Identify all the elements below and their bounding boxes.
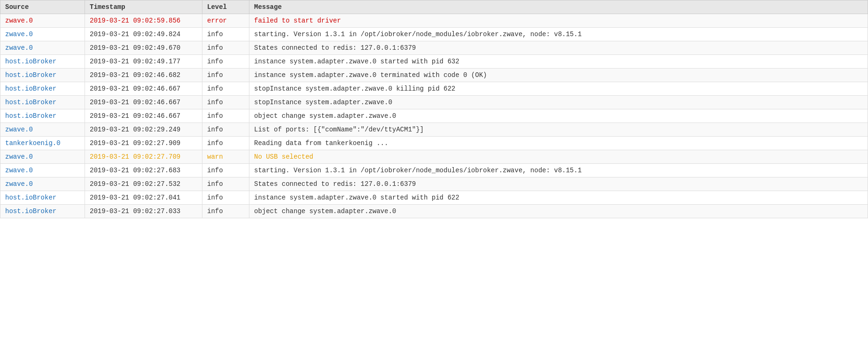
- table-row: host.ioBroker2019-03-21 09:02:27.041info…: [0, 191, 868, 205]
- cell-source: zwave.0: [0, 14, 85, 28]
- cell-source: zwave.0: [0, 28, 85, 41]
- cell-level: info: [202, 191, 249, 205]
- cell-level: info: [202, 205, 249, 218]
- cell-message: Reading data from tankerkoenig ...: [249, 137, 868, 150]
- cell-timestamp: 2019-03-21 09:02:46.682: [85, 69, 202, 82]
- cell-source: host.ioBroker: [0, 191, 85, 205]
- cell-source: host.ioBroker: [0, 109, 85, 123]
- cell-level: info: [202, 69, 249, 82]
- cell-message: States connected to redis: 127.0.0.1:637…: [249, 41, 868, 55]
- cell-timestamp: 2019-03-21 09:02:27.909: [85, 137, 202, 150]
- col-header-level: Level: [202, 0, 249, 14]
- cell-level: info: [202, 109, 249, 123]
- cell-timestamp: 2019-03-21 09:02:46.667: [85, 96, 202, 109]
- table-row: zwave.02019-03-21 09:02:27.709warnNo USB…: [0, 150, 868, 164]
- cell-level: error: [202, 14, 249, 28]
- cell-timestamp: 2019-03-21 09:02:46.667: [85, 82, 202, 96]
- cell-timestamp: 2019-03-21 09:02:27.033: [85, 205, 202, 218]
- cell-message: stopInstance system.adapter.zwave.0 kill…: [249, 82, 868, 96]
- cell-message: starting. Version 1.3.1 in /opt/iobroker…: [249, 28, 868, 41]
- cell-timestamp: 2019-03-21 09:02:49.824: [85, 28, 202, 41]
- cell-message: List of ports: [{"comName":"/dev/ttyACM1…: [249, 123, 868, 137]
- cell-source: host.ioBroker: [0, 82, 85, 96]
- cell-source: zwave.0: [0, 150, 85, 164]
- cell-timestamp: 2019-03-21 09:02:29.249: [85, 123, 202, 137]
- cell-level: info: [202, 164, 249, 177]
- cell-level: info: [202, 123, 249, 137]
- table-row: zwave.02019-03-21 09:02:27.532infoStates…: [0, 177, 868, 191]
- cell-message: starting. Version 1.3.1 in /opt/iobroker…: [249, 164, 868, 177]
- cell-source: host.ioBroker: [0, 69, 85, 82]
- log-table: Source Timestamp Level Message zwave.020…: [0, 0, 868, 218]
- table-row: host.ioBroker2019-03-21 09:02:49.177info…: [0, 55, 868, 69]
- cell-message: instance system.adapter.zwave.0 started …: [249, 191, 868, 205]
- cell-level: info: [202, 82, 249, 96]
- cell-level: info: [202, 137, 249, 150]
- col-header-timestamp: Timestamp: [85, 0, 202, 14]
- cell-timestamp: 2019-03-21 09:02:49.670: [85, 41, 202, 55]
- cell-level: info: [202, 55, 249, 69]
- log-table-body: zwave.02019-03-21 09:02:59.856errorfaile…: [0, 14, 868, 218]
- cell-source: host.ioBroker: [0, 96, 85, 109]
- table-row: zwave.02019-03-21 09:02:29.249infoList o…: [0, 123, 868, 137]
- cell-message: failed to start driver: [249, 14, 868, 28]
- table-row: zwave.02019-03-21 09:02:49.824infostarti…: [0, 28, 868, 41]
- cell-source: zwave.0: [0, 177, 85, 191]
- cell-timestamp: 2019-03-21 09:02:59.856: [85, 14, 202, 28]
- table-row: host.ioBroker2019-03-21 09:02:46.667info…: [0, 109, 868, 123]
- cell-level: info: [202, 96, 249, 109]
- cell-source: zwave.0: [0, 41, 85, 55]
- table-row: zwave.02019-03-21 09:02:49.670infoStates…: [0, 41, 868, 55]
- cell-source: zwave.0: [0, 164, 85, 177]
- cell-timestamp: 2019-03-21 09:02:46.667: [85, 109, 202, 123]
- cell-message: object change system.adapter.zwave.0: [249, 109, 868, 123]
- table-row: host.ioBroker2019-03-21 09:02:46.682info…: [0, 69, 868, 82]
- cell-source: tankerkoenig.0: [0, 137, 85, 150]
- cell-timestamp: 2019-03-21 09:02:27.041: [85, 191, 202, 205]
- table-row: host.ioBroker2019-03-21 09:02:46.667info…: [0, 82, 868, 96]
- table-row: host.ioBroker2019-03-21 09:02:27.033info…: [0, 205, 868, 218]
- table-header-row: Source Timestamp Level Message: [0, 0, 868, 14]
- table-row: zwave.02019-03-21 09:02:27.683infostarti…: [0, 164, 868, 177]
- col-header-message: Message: [249, 0, 868, 14]
- cell-source: zwave.0: [0, 123, 85, 137]
- table-row: tankerkoenig.02019-03-21 09:02:27.909inf…: [0, 137, 868, 150]
- table-row: zwave.02019-03-21 09:02:59.856errorfaile…: [0, 14, 868, 28]
- cell-message: stopInstance system.adapter.zwave.0: [249, 96, 868, 109]
- cell-timestamp: 2019-03-21 09:02:27.532: [85, 177, 202, 191]
- cell-timestamp: 2019-03-21 09:02:49.177: [85, 55, 202, 69]
- cell-message: instance system.adapter.zwave.0 started …: [249, 55, 868, 69]
- cell-message: object change system.adapter.zwave.0: [249, 205, 868, 218]
- cell-level: warn: [202, 150, 249, 164]
- cell-message: instance system.adapter.zwave.0 terminat…: [249, 69, 868, 82]
- cell-level: info: [202, 177, 249, 191]
- col-header-source: Source: [0, 0, 85, 14]
- cell-message: No USB selected: [249, 150, 868, 164]
- cell-timestamp: 2019-03-21 09:02:27.683: [85, 164, 202, 177]
- cell-source: host.ioBroker: [0, 55, 85, 69]
- cell-level: info: [202, 28, 249, 41]
- table-row: host.ioBroker2019-03-21 09:02:46.667info…: [0, 96, 868, 109]
- cell-source: host.ioBroker: [0, 205, 85, 218]
- cell-message: States connected to redis: 127.0.0.1:637…: [249, 177, 868, 191]
- cell-timestamp: 2019-03-21 09:02:27.709: [85, 150, 202, 164]
- cell-level: info: [202, 41, 249, 55]
